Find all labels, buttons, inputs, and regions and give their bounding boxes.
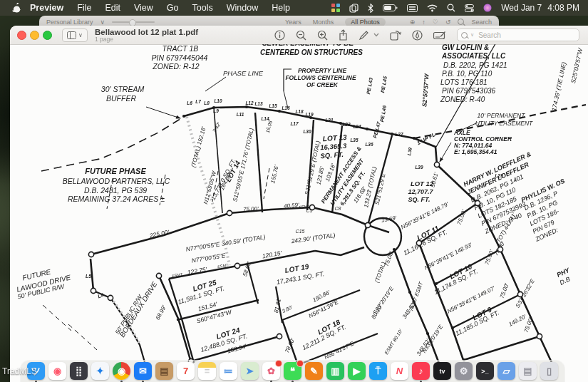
dock-app-notes[interactable]: ≡ — [198, 362, 216, 380]
apple-menu-icon[interactable] — [9, 3, 24, 14]
dock-app-terminal[interactable]: >_ — [476, 362, 494, 380]
photos-tab-all-photos[interactable]: All Photos — [345, 18, 386, 26]
menu-time: 4:08 PM — [547, 3, 579, 13]
dock-app-reminders[interactable]: ≔ — [220, 362, 237, 380]
wifi-icon[interactable] — [427, 4, 438, 12]
dock-app-downloads-folder[interactable]: ▱ — [497, 362, 515, 380]
status-icons: Wed Jan 7 4:08 PM — [331, 3, 579, 13]
mail-icon: ✉ — [134, 362, 152, 380]
safari-icon: ✦ — [91, 362, 109, 380]
news-icon: N — [391, 362, 408, 380]
dock-app-system-settings[interactable]: ⚙ — [455, 362, 473, 380]
search-icon — [461, 32, 468, 38]
photos-tabs: YearsMonthsAll Photos — [285, 18, 386, 26]
chevron-down-icon: ∨ — [100, 19, 105, 26]
dock-app-music[interactable]: ♪ — [412, 362, 430, 380]
zoom-in-icon[interactable] — [317, 30, 328, 41]
menu-item-file[interactable]: File — [77, 3, 91, 13]
dock-app-facetime[interactable]: ▶ — [348, 362, 366, 380]
close-button[interactable] — [17, 31, 26, 40]
notification-badge — [275, 360, 282, 367]
dock-app-contacts[interactable]: ▤ — [155, 362, 173, 380]
menu-item-window[interactable]: Window — [227, 3, 258, 13]
dock-app-orange-draw-app[interactable]: ✎ — [305, 362, 323, 380]
dock-app-keynote[interactable]: ⍑ — [369, 362, 387, 380]
search-field[interactable]: ∨ — [457, 29, 579, 41]
heart-icon[interactable]: ♡ — [433, 19, 438, 26]
form-fill-icon[interactable] — [433, 31, 446, 40]
menu-clock[interactable]: Wed Jan 7 4:08 PM — [501, 3, 579, 13]
share-icon[interactable] — [339, 29, 348, 41]
reminders-icon: ≔ — [220, 362, 237, 380]
photos-tab-months[interactable]: Months — [313, 19, 334, 26]
launchpad-icon: ⣿ — [70, 362, 88, 380]
watermark: TradMLS — [2, 366, 37, 376]
search-input[interactable] — [477, 31, 565, 40]
share-icon[interactable]: ↑ — [422, 19, 425, 26]
search-icon — [458, 19, 464, 25]
app-menu-items: PreviewFileEditViewGoToolsWindowHelp — [30, 3, 290, 13]
menu-date: Wed Jan 7 — [501, 3, 542, 13]
menu-item-tools[interactable]: Tools — [192, 3, 213, 13]
photos-search-label[interactable]: Search — [471, 19, 492, 26]
page-count: 1 page — [95, 36, 198, 43]
numbers-icon: ▥ — [326, 362, 344, 380]
color-grid-icon[interactable] — [331, 4, 340, 12]
preview-window: ∨ Bellawood lot 12 plat 1.pdf 1 page ∨ — [10, 26, 588, 382]
zoom-out-icon[interactable] — [296, 30, 306, 41]
downloads-folder-icon: ▱ — [497, 362, 515, 380]
tint-circle-icon[interactable] — [483, 4, 492, 12]
battery-icon[interactable] — [383, 4, 398, 12]
contacts-icon: ▤ — [155, 362, 173, 380]
rotate-icon[interactable]: ↺ — [445, 19, 451, 26]
dock-app-chrome[interactable]: ◉ — [113, 362, 130, 380]
dock-app-messages[interactable]: ❝ — [284, 362, 301, 380]
dock-app-app-store[interactable]: ◉ — [48, 362, 66, 380]
dock-app-launchpad[interactable]: ⣿ — [70, 362, 88, 380]
rotate-left-icon[interactable] — [390, 30, 401, 41]
photos-tab-years[interactable]: Years — [285, 19, 301, 26]
dock-app-tv[interactable]: tv — [433, 362, 451, 380]
sidebar-toggle-button[interactable]: ∨ — [62, 29, 88, 42]
dock-app-documents-stack[interactable]: ▤ — [519, 362, 537, 380]
markup-icon[interactable] — [359, 30, 369, 41]
facetime-icon: ▶ — [348, 362, 366, 380]
terminal-icon: >_ — [476, 362, 494, 380]
window-title: Bellawood lot 12 plat 1.pdf — [95, 28, 198, 36]
title-bar: ∨ Bellawood lot 12 plat 1.pdf 1 page ∨ — [10, 26, 588, 45]
fullscreen-button[interactable] — [43, 31, 52, 40]
dock-app-news[interactable]: N — [391, 362, 408, 380]
sidebar-icon — [67, 31, 76, 39]
copy-icon[interactable] — [349, 4, 359, 13]
keyboard-icon[interactable] — [407, 4, 418, 12]
minimize-button[interactable] — [30, 31, 39, 40]
menu-item-view[interactable]: View — [134, 3, 153, 13]
sign-icon[interactable] — [412, 30, 423, 41]
control-center-icon[interactable] — [465, 4, 474, 12]
markup-chevron-icon[interactable] — [373, 33, 379, 37]
dock-app-mail[interactable]: ✉ — [134, 362, 152, 380]
add-icon[interactable]: ⊕ — [410, 19, 416, 26]
dock-app-photos[interactable]: ✿ — [262, 362, 280, 380]
menu-item-help[interactable]: Help — [272, 3, 290, 13]
dock-app-calendar[interactable]: 7 — [177, 362, 195, 380]
bluetooth-icon[interactable] — [368, 4, 373, 13]
maps-icon: ➤ — [241, 362, 259, 380]
menu-item-go[interactable]: Go — [167, 3, 179, 13]
dock-app-numbers[interactable]: ▥ — [326, 362, 344, 380]
dock: ツ◉⣿✦◉✉▤7≡≔➤✿❝✎▥▶⍑N♪tv⚙>_▱▤▯ — [20, 360, 565, 382]
chevron-down-icon: ∨ — [78, 32, 83, 38]
dock-app-maps[interactable]: ➤ — [241, 362, 259, 380]
keynote-icon: ⍑ — [369, 362, 387, 380]
zoom-slider[interactable] — [112, 21, 155, 23]
search-icon[interactable] — [447, 4, 455, 12]
dock-app-trash[interactable]: ▯ — [540, 362, 558, 380]
menu-item-edit[interactable]: Edit — [105, 3, 120, 13]
menu-bar: PreviewFileEditViewGoToolsWindowHelp Wed… — [0, 0, 588, 16]
notification-badge — [296, 360, 304, 367]
dock-app-safari[interactable]: ✦ — [91, 362, 109, 380]
library-label[interactable]: Personal Library — [46, 19, 93, 26]
info-icon[interactable] — [274, 30, 285, 41]
menu-item-preview[interactable]: Preview — [30, 3, 63, 13]
system-settings-icon: ⚙ — [455, 362, 473, 380]
